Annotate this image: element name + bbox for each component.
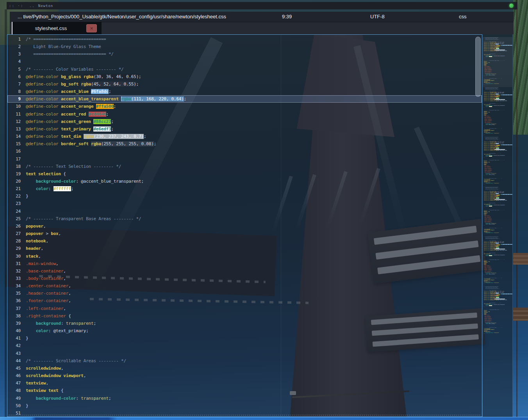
code-line[interactable]: 6@define-color bg_glass rgba(30, 36, 46,… <box>7 73 482 80</box>
code-line[interactable]: 40 color: @text_primary; <box>7 327 482 335</box>
code-line[interactable]: 18/* -------- Text Selection -------- */ <box>7 163 482 170</box>
code-line[interactable]: 39 background: transparent; <box>7 320 482 327</box>
code-line[interactable]: 28notebook, <box>7 237 482 245</box>
wallpaper-structure <box>513 308 528 321</box>
code-line[interactable]: 2 Light Blue-Grey Glass Theme <box>7 43 482 50</box>
code-line[interactable]: 4 <box>7 58 482 65</box>
code-line[interactable]: 13@define-color text_primary #e6edf3; <box>7 125 482 133</box>
line-number: 44 <box>7 357 21 365</box>
code-line[interactable]: 41} <box>7 335 482 342</box>
line-number: 6 <box>7 73 21 80</box>
code-line[interactable]: 42 <box>7 342 482 349</box>
line-number: 47 <box>7 379 21 387</box>
code-line[interactable]: 22} <box>7 192 482 200</box>
line-number: 34 <box>7 282 21 290</box>
window-status-light[interactable] <box>509 4 514 8</box>
line-number: 32 <box>7 267 21 275</box>
code-line[interactable]: 23 <box>7 200 482 207</box>
code-line[interactable]: 21 color: #ffffff; <box>7 185 482 192</box>
line-number: 1 <box>7 36 21 43</box>
code-line[interactable]: 19text selection { <box>7 170 482 178</box>
code-line[interactable]: 46scrolledwindow viewport, <box>7 372 482 379</box>
code-line[interactable]: 37.left-container, <box>7 305 482 312</box>
line-number: 21 <box>7 185 21 192</box>
code-line[interactable]: 27popover > box, <box>7 230 482 237</box>
code-line[interactable]: 29header, <box>7 245 482 252</box>
tab-close-button[interactable]: × <box>86 24 97 32</box>
encoding-indicator: UTF-8 <box>370 14 385 20</box>
code-line[interactable]: 5/* -------- Color Variables -------- */ <box>7 66 482 73</box>
line-number: 11 <box>7 110 21 118</box>
code-line[interactable]: 24 <box>7 208 482 215</box>
code-line[interactable]: 25/* -------- Transparent Base Areas ---… <box>7 215 482 222</box>
code-line[interactable]: 38.right-container { <box>7 312 482 320</box>
code-line[interactable]: 10@define-color accent_orange #ffa500; <box>7 103 482 110</box>
tab-bar: stylesheet.css × <box>10 22 514 34</box>
line-number: 3 <box>7 50 21 58</box>
line-number: 24 <box>7 208 21 215</box>
code-line[interactable]: 34.center-container, <box>7 282 482 290</box>
line-number: 4 <box>7 58 21 65</box>
line-number: 29 <box>7 245 21 252</box>
code-line[interactable]: 44/* -------- Scrollable Areas -------- … <box>7 357 482 365</box>
line-number: 15 <box>7 140 21 148</box>
code-line[interactable]: 14@define-color text_dim rgba(230, 237, … <box>7 133 482 140</box>
line-number: 38 <box>7 312 21 320</box>
line-number: 8 <box>7 88 21 95</box>
code-line[interactable]: 8@define-color accent_blue #6fa8dc; <box>7 88 482 95</box>
code-line[interactable]: 33.body-container, <box>7 275 482 282</box>
code-line[interactable]: 26popover, <box>7 222 482 230</box>
line-number: 50 <box>7 402 21 409</box>
line-number: 13 <box>7 125 21 133</box>
scrollbar-thumb[interactable] <box>475 37 481 97</box>
code-line[interactable]: 9@define-color accent_blue_transparent r… <box>7 95 482 103</box>
code-line[interactable]: 15@define-color border_soft rgba(255, 25… <box>7 140 482 148</box>
code-line[interactable]: 51 <box>7 409 482 417</box>
code-line[interactable]: 1/* ============================= <box>7 36 482 43</box>
code-editor[interactable]: 1/* =============================2 Light… <box>7 34 482 417</box>
code-line[interactable]: 30stack, <box>7 253 482 260</box>
line-number: 39 <box>7 320 21 327</box>
line-number: 20 <box>7 178 21 185</box>
window-titlebar[interactable]: :: ·: .. Newton <box>7 2 517 9</box>
line-number: 28 <box>7 237 21 245</box>
code-line[interactable]: 20 background-color: @accent_blue_transp… <box>7 178 482 185</box>
line-number: 45 <box>7 365 21 372</box>
code-line[interactable]: 31.main-window, <box>7 260 482 267</box>
titlebar-dots-icon: :: ·: .. <box>9 4 35 8</box>
code-line[interactable]: 45scrolledwindow, <box>7 365 482 372</box>
minimap[interactable]: 1/* =============================2 Light… <box>483 34 513 417</box>
code-line[interactable]: 17 <box>7 155 482 163</box>
line-number: 18 <box>7 163 21 170</box>
line-number: 46 <box>7 372 21 379</box>
line-number: 37 <box>7 305 21 312</box>
code-line[interactable]: 47textview, <box>7 379 482 387</box>
tab-stylesheet-css[interactable]: stylesheet.css × <box>12 22 102 34</box>
statusbar: ... tive/Python_Projects/000_Usable/gtk/… <box>10 12 514 22</box>
window-title: Newton <box>38 4 54 8</box>
code-line[interactable]: 16 <box>7 148 482 155</box>
code-line[interactable]: 12@define-color accent_green #88cc27; <box>7 118 482 125</box>
code-text-area[interactable]: 1/* =============================2 Light… <box>7 36 482 417</box>
code-line[interactable]: 7@define-color bg_soft rgba(45, 52, 64, … <box>7 80 482 88</box>
code-line[interactable]: 35.header-container, <box>7 290 482 297</box>
code-line[interactable]: 11@define-color accent_red #c84646; <box>7 110 482 118</box>
line-number: 16 <box>7 148 21 155</box>
code-line[interactable]: 3 ============================= */ <box>7 50 482 58</box>
file-path: ... tive/Python_Projects/000_Usable/gtk/… <box>18 14 226 20</box>
code-line[interactable]: 43 <box>7 350 482 357</box>
code-line[interactable]: 49 background-color: transparent; <box>7 395 482 402</box>
screen: :: ·: .. Newton ... tive/Python_Projects… <box>0 0 528 420</box>
line-number: 35 <box>7 290 21 297</box>
code-line[interactable]: 48textview text { <box>7 387 482 394</box>
code-line[interactable]: 36.footer-container, <box>7 297 482 304</box>
line-number: 14 <box>7 133 21 140</box>
minimap-viewport[interactable] <box>483 37 513 87</box>
line-number: 25 <box>7 215 21 222</box>
code-line[interactable]: 50} <box>7 402 482 409</box>
line-number: 51 <box>7 409 21 417</box>
code-line[interactable]: 32.base-container, <box>7 267 482 275</box>
line-number: 23 <box>7 200 21 207</box>
wallpaper-edge-line <box>516 0 517 420</box>
line-number: 40 <box>7 327 21 335</box>
